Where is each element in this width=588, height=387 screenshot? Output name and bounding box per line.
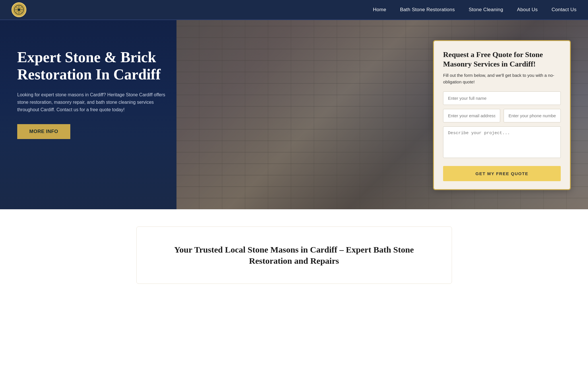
project-field-row: [443, 126, 561, 159]
nav-about[interactable]: About Us: [517, 7, 538, 12]
trusted-masons-title: Your Trusted Local Stone Masons in Cardi…: [160, 244, 429, 266]
nav-bath-stone[interactable]: Bath Stone Restorations: [400, 7, 455, 12]
phone-input[interactable]: [504, 109, 561, 122]
navigation: Home Bath Stone Restorations Stone Clean…: [0, 0, 588, 20]
quote-form-card: Request a Free Quote for Stone Masonry S…: [433, 40, 571, 190]
more-info-button[interactable]: MORE INFO: [17, 124, 70, 139]
name-field-row: [443, 91, 561, 105]
hero-section: Expert Stone & Brick Restoration In Card…: [0, 20, 588, 209]
nav-links: Home Bath Stone Restorations Stone Clean…: [373, 7, 577, 13]
email-phone-row: [443, 109, 561, 122]
svg-point-5: [18, 9, 20, 11]
below-hero-section: Your Trusted Local Stone Masons in Cardi…: [0, 209, 588, 307]
quote-form-title: Request a Free Quote for Stone Masonry S…: [443, 50, 561, 69]
nav-stone-cleaning[interactable]: Stone Cleaning: [469, 7, 503, 12]
hero-content: Expert Stone & Brick Restoration In Card…: [0, 20, 588, 209]
nav-contact[interactable]: Contact Us: [552, 7, 577, 12]
hero-text-block: Expert Stone & Brick Restoration In Card…: [17, 37, 166, 139]
trusted-masons-card: Your Trusted Local Stone Masons in Cardi…: [136, 226, 452, 284]
hero-title: Expert Stone & Brick Restoration In Card…: [17, 49, 166, 83]
name-input[interactable]: [443, 91, 561, 105]
quote-form: GET MY FREE QUOTE: [443, 91, 561, 181]
logo-icon: [11, 2, 26, 17]
nav-home[interactable]: Home: [373, 7, 386, 12]
hero-description: Looking for expert stone masons in Cardi…: [17, 91, 166, 114]
quote-form-subtitle: Fill out the form below, and we'll get b…: [443, 72, 561, 85]
email-input[interactable]: [443, 109, 500, 122]
project-textarea[interactable]: [443, 126, 561, 158]
logo: [11, 2, 26, 17]
submit-button[interactable]: GET MY FREE QUOTE: [443, 166, 561, 181]
